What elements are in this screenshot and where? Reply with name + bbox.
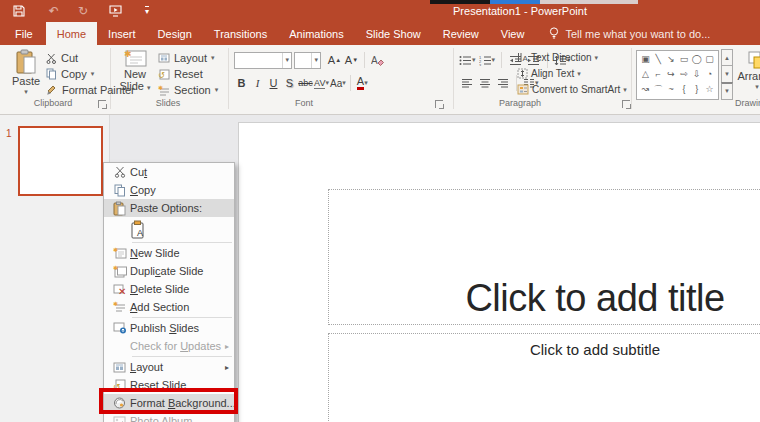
- paste-button[interactable]: Paste ▾: [8, 49, 44, 96]
- copy-button[interactable]: Copy ▾: [46, 68, 94, 80]
- tab-animations[interactable]: Animations: [278, 22, 354, 45]
- bold-button[interactable]: B: [234, 74, 249, 92]
- ribbon-tab-row: FileHomeInsertDesignTransitionsAnimation…: [0, 22, 760, 45]
- font-dialog-launcher-icon[interactable]: [435, 100, 443, 108]
- tab-home[interactable]: Home: [46, 22, 97, 45]
- strikethrough-button[interactable]: abc: [298, 74, 313, 92]
- clear-formatting-button[interactable]: A: [370, 51, 385, 69]
- tab-view[interactable]: View: [490, 22, 536, 45]
- text-shadow-button[interactable]: S: [282, 74, 297, 92]
- reset-icon: ↺: [158, 69, 170, 80]
- customize-qat-icon[interactable]: ▾: [138, 2, 156, 20]
- menu-item-format-background[interactable]: Format Background...: [104, 394, 234, 412]
- paragraph-dialog-launcher-icon[interactable]: [622, 100, 630, 108]
- shape-icon[interactable]: {: [677, 85, 690, 94]
- background-window-edge-blue: [490, 0, 540, 4]
- align-center-button[interactable]: [477, 74, 492, 92]
- underline-button[interactable]: U: [266, 74, 281, 92]
- arrange-button[interactable]: Arrange ▾: [737, 50, 760, 91]
- numbering-button[interactable]: 123▾: [479, 51, 496, 69]
- shape-icon[interactable]: ◔: [703, 70, 716, 79]
- shape-icon[interactable]: ⌒: [652, 85, 665, 94]
- clipboard-dialog-launcher-icon[interactable]: [98, 100, 106, 108]
- shape-icon[interactable]: ╲: [652, 55, 665, 64]
- menu-item-add-section[interactable]: ✱Add Section: [104, 298, 234, 316]
- menu-item-delete-slide[interactable]: ✕Delete Slide: [104, 280, 234, 298]
- menu-item-reset-slide[interactable]: ↺Reset Slide: [104, 376, 234, 394]
- menu-item-copy[interactable]: Copy: [104, 181, 234, 199]
- shape-icon[interactable]: ⇨: [677, 70, 690, 79]
- svg-text:✱: ✱: [124, 49, 132, 59]
- font-size-combobox[interactable]: ▾: [294, 52, 321, 69]
- tab-transitions[interactable]: Transitions: [203, 22, 278, 45]
- save-icon[interactable]: [10, 2, 28, 20]
- duplicate-slide-icon: ✱: [109, 265, 130, 278]
- text-direction-label: Text Direction: [531, 52, 592, 63]
- redo-icon[interactable]: ↻: [74, 2, 92, 20]
- shape-icon[interactable]: ▭: [677, 55, 690, 64]
- align-text-icon: [517, 68, 528, 79]
- tab-insert[interactable]: Insert: [97, 22, 147, 45]
- new-slide-button[interactable]: ✱ New Slide ▾: [115, 49, 155, 93]
- tab-design[interactable]: Design: [147, 22, 203, 45]
- shape-icon[interactable]: ☆: [703, 85, 716, 94]
- tab-review[interactable]: Review: [432, 22, 490, 45]
- menu-item-duplicate-slide[interactable]: ✱Duplicate Slide: [104, 262, 234, 280]
- cut-button[interactable]: Cut: [46, 52, 78, 64]
- layout-button[interactable]: Layout ▾: [158, 52, 215, 64]
- decrease-font-size-button[interactable]: A▼: [344, 51, 359, 69]
- shapes-scroll-up-icon[interactable]: ▲: [721, 49, 733, 66]
- shape-icon[interactable]: }: [690, 85, 703, 94]
- shape-icon[interactable]: ⌐: [652, 70, 665, 79]
- drawing-group-label: Drawing: [735, 98, 760, 111]
- align-left-button[interactable]: [459, 74, 474, 92]
- reset-label: Reset: [174, 68, 203, 80]
- reset-button[interactable]: ↺ Reset: [158, 68, 203, 80]
- bullets-button[interactable]: ▾: [459, 51, 476, 69]
- font-name-combobox[interactable]: ▾: [234, 52, 292, 69]
- menu-item-publish-slides[interactable]: Publish Slides: [104, 319, 234, 337]
- align-right-button[interactable]: [495, 74, 510, 92]
- title-placeholder[interactable]: Click to add title: [328, 189, 760, 325]
- menu-item-layout[interactable]: Layout▸: [104, 358, 234, 376]
- reset-slide-icon: ↺: [109, 379, 130, 391]
- tab-file[interactable]: File: [2, 22, 46, 45]
- change-case-button[interactable]: Aa▾: [330, 74, 346, 92]
- shapes-scroll-down-icon[interactable]: ▼: [721, 65, 733, 82]
- layout-label: Layout: [174, 52, 207, 64]
- character-spacing-button[interactable]: AV▾: [314, 74, 329, 92]
- tell-me-box[interactable]: Tell me what you want to do...: [549, 22, 710, 45]
- section-label: Section: [174, 84, 211, 96]
- undo-icon[interactable]: ↶▾: [42, 2, 60, 20]
- font-color-button[interactable]: A▾: [355, 74, 370, 92]
- shape-icon[interactable]: ▣: [639, 55, 652, 64]
- svg-text:✱: ✱: [113, 301, 118, 307]
- shapes-gallery[interactable]: ▣╲↘▭◯▢△⌐↪⇨⇩◔↝⌒~{}☆: [636, 50, 719, 100]
- align-text-button[interactable]: Align Text▾: [517, 68, 581, 79]
- shape-icon[interactable]: ↝: [639, 85, 652, 94]
- shape-icon[interactable]: ▢: [703, 55, 716, 64]
- slide-thumbnail[interactable]: [18, 126, 103, 196]
- increase-font-size-button[interactable]: A▲: [327, 51, 342, 69]
- shape-icon[interactable]: ↪: [665, 70, 678, 79]
- italic-button[interactable]: I: [250, 74, 265, 92]
- shapes-gallery-scrollbar[interactable]: ▲ ▼ ▼: [721, 50, 733, 100]
- menu-item-cut[interactable]: Cut: [104, 163, 234, 181]
- menu-item-new-slide[interactable]: ✱New Slide: [104, 244, 234, 262]
- start-from-beginning-icon[interactable]: [106, 2, 124, 20]
- slide-editing-area[interactable]: Click to add title Click to add subtitle: [239, 123, 760, 422]
- shape-icon[interactable]: ⇩: [690, 70, 703, 79]
- shape-icon[interactable]: ↘: [665, 55, 678, 64]
- subtitle-placeholder[interactable]: Click to add subtitle: [328, 333, 760, 422]
- convert-to-smartart-button[interactable]: Convert to SmartArt▾: [517, 84, 627, 95]
- shape-icon[interactable]: ~: [665, 85, 678, 94]
- shape-icon[interactable]: △: [639, 70, 652, 79]
- tab-slide-show[interactable]: Slide Show: [355, 22, 432, 45]
- paste-option-keep-text-only[interactable]: A: [104, 217, 234, 241]
- section-button[interactable]: ✱ Section ▾: [158, 84, 218, 96]
- shape-icon[interactable]: ◯: [690, 55, 703, 64]
- menu-item-paste-options[interactable]: Paste Options:: [104, 199, 234, 217]
- text-direction-button[interactable]: A Text Direction▾: [517, 52, 598, 63]
- menu-item-check-for-updates: Check for Updates▸: [104, 337, 234, 355]
- shapes-more-icon[interactable]: ▼: [721, 82, 733, 100]
